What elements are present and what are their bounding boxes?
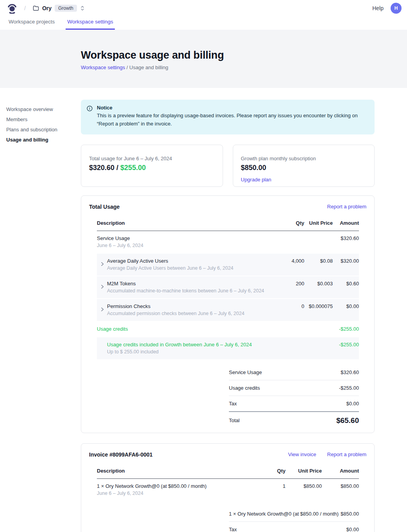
table-row: M2M TokensAccumulated machine-to-machine…: [97, 276, 359, 298]
usage-credit-value: $255.00: [120, 164, 146, 172]
row-title: Service Usage: [97, 235, 273, 241]
plan-badge: Growth: [55, 5, 77, 12]
usage-card-value: $320.60 / $255.00: [89, 164, 215, 172]
row-amount: $320.00: [333, 258, 359, 264]
sidebar-item-usage-and-billing[interactable]: Usage and billing: [6, 137, 81, 143]
row-amount: -$255.00: [333, 342, 359, 348]
total-label: Total: [229, 417, 239, 423]
updown-chevron-icon[interactable]: [80, 5, 85, 11]
sidebar-item-workspace-overview[interactable]: Workspace overview: [6, 107, 81, 112]
workspace-name: Ory: [42, 5, 52, 11]
help-link[interactable]: Help: [372, 5, 384, 11]
view-invoice-link[interactable]: View invoice: [288, 451, 316, 457]
plan-card-value: $850.00: [241, 164, 367, 172]
user-avatar[interactable]: H: [391, 3, 402, 14]
workspace-switcher[interactable]: Ory Growth: [33, 5, 85, 12]
row-description: Service UsageJune 6 – July 6, 2024: [97, 235, 273, 248]
table-row: Average Daily Active UsersAverage Daily …: [97, 254, 359, 276]
row-title: Usage credits included in Growth between…: [107, 342, 273, 348]
report-problem-link[interactable]: Report a problem: [327, 204, 366, 210]
notice-body: This is a preview feature for displaying…: [97, 112, 366, 128]
settings-sidenav: Workspace overviewMembersPlans and subsc…: [0, 88, 81, 532]
row-description: Average Daily Active UsersAverage Daily …: [97, 258, 273, 271]
column-header-unit-price: Unit Price: [286, 468, 322, 474]
row-title: Permission Checks: [107, 303, 273, 309]
ory-logo-icon[interactable]: [7, 3, 17, 14]
invoice-panel: Invoice #8099AFA6-0001 View invoice Repo…: [81, 443, 375, 532]
column-header-amount: Amount: [322, 468, 359, 474]
breadcrumb-current: / Usage and billing: [125, 64, 168, 70]
row-subtitle: Up to $ 255.00 included: [107, 349, 273, 355]
total-usage-panel: Total Usage Report a problem Description…: [81, 195, 375, 433]
chevron-right-icon[interactable]: [100, 283, 104, 290]
summary-label: Service Usage: [229, 369, 262, 375]
invoice-title: Invoice #8099AFA6-0001: [89, 451, 277, 458]
row-amount: $0.00: [333, 303, 359, 309]
total-usage-card: Total usage for June 6 – July 6, 2024 $3…: [81, 145, 223, 187]
upgrade-plan-link[interactable]: Upgrade plan: [241, 177, 271, 183]
row-subtitle: Accumulated permission checks between Ju…: [107, 311, 273, 316]
row-qty: 4,000: [273, 258, 304, 264]
row-title: Average Daily Active Users: [107, 258, 273, 264]
workspace-tabs: Workspace projectsWorkspace settings: [0, 16, 407, 30]
invoice-summary: 1 × Ory Network Growth@0 (at $850.00 / m…: [229, 506, 359, 532]
row-qty: 1: [252, 483, 286, 489]
row-amount: -$255.00: [333, 326, 359, 332]
row-description: Usage credits included in Growth between…: [97, 342, 273, 355]
row-description: M2M TokensAccumulated machine-to-machine…: [97, 281, 273, 294]
summary-total-row: Total$65.60: [229, 412, 359, 426]
row-amount: $0.60: [333, 281, 359, 287]
row-description: Permission ChecksAccumulated permission …: [97, 303, 273, 316]
invoice-report-problem-link[interactable]: Report a problem: [327, 451, 366, 457]
tab-workspace-settings[interactable]: Workspace settings: [66, 19, 115, 30]
main-content: Notice This is a preview feature for dis…: [81, 88, 375, 532]
plan-card: Growth plan monthly subscription $850.00…: [233, 145, 375, 187]
invoice-table-header: DescriptionQtyUnit PriceAmount: [97, 462, 359, 479]
folder-icon: [33, 5, 39, 11]
top-bar: / Ory Growth Help H: [0, 0, 407, 16]
column-header-amount: Amount: [333, 220, 359, 226]
breadcrumb-link[interactable]: Workspace settings: [81, 64, 125, 70]
chevron-right-icon[interactable]: [100, 306, 104, 313]
table-row: Permission ChecksAccumulated permission …: [97, 299, 359, 321]
summary-value: $850.00: [341, 511, 359, 517]
summary-label: Tax: [229, 527, 237, 532]
sidebar-item-plans-and-subscription[interactable]: Plans and subscription: [6, 127, 81, 133]
row-subtitle: Average Daily Active Users between June …: [107, 265, 273, 271]
sidebar-item-members[interactable]: Members: [6, 117, 81, 122]
row-subtitle: Accumulated machine-to-machine tokens be…: [107, 288, 273, 294]
summary-row: Tax$0.00: [229, 396, 359, 412]
page-title: Workspace usage and billing: [81, 49, 407, 61]
row-title: 1 × Ory Network Growth@0 (at $850.00 / m…: [97, 483, 252, 489]
row-subtitle: June 6 – July 6, 2024: [97, 243, 273, 248]
summary-value: $0.00: [346, 401, 359, 407]
breadcrumb: Workspace settings / Usage and billing: [81, 64, 407, 70]
column-header-unit-price: Unit Price: [304, 220, 333, 226]
summary-value: -$255.00: [339, 385, 359, 391]
column-header-qty: Qty: [273, 220, 304, 226]
table-row: Usage credits included in Growth between…: [97, 337, 359, 359]
usage-table-header: DescriptionQtyUnit PriceAmount: [97, 214, 359, 231]
table-row: Usage credits-$255.00: [97, 322, 359, 337]
row-title: Usage credits: [97, 326, 273, 332]
row-unit-price: $850.00: [286, 483, 322, 489]
column-header-description: Description: [97, 468, 252, 474]
plan-card-label: Growth plan monthly subscription: [241, 156, 367, 161]
row-description: Usage credits: [97, 326, 273, 332]
summary-row: 1 × Ory Network Growth@0 (at $850.00 / m…: [229, 506, 359, 522]
row-description: 1 × Ory Network Growth@0 (at $850.00 / m…: [97, 483, 252, 496]
summary-label: Tax: [229, 401, 237, 407]
column-header-description: Description: [97, 220, 273, 226]
row-unit-price: $0.000075: [304, 303, 333, 309]
summary-row: Service Usage$320.60: [229, 365, 359, 380]
summary-value: $0.00: [346, 527, 359, 532]
row-subtitle: June 6 – July 6, 2024: [97, 491, 252, 496]
summary-row: Usage credits-$255.00: [229, 380, 359, 396]
tab-workspace-projects[interactable]: Workspace projects: [7, 19, 56, 30]
row-qty: 0: [273, 303, 304, 309]
chevron-right-icon[interactable]: [100, 261, 104, 268]
summary-label: 1 × Ory Network Growth@0 (at $850.00 / m…: [229, 511, 339, 517]
info-icon: [87, 106, 93, 128]
summary-label: Usage credits: [229, 385, 260, 391]
total-value: $65.60: [336, 416, 359, 425]
